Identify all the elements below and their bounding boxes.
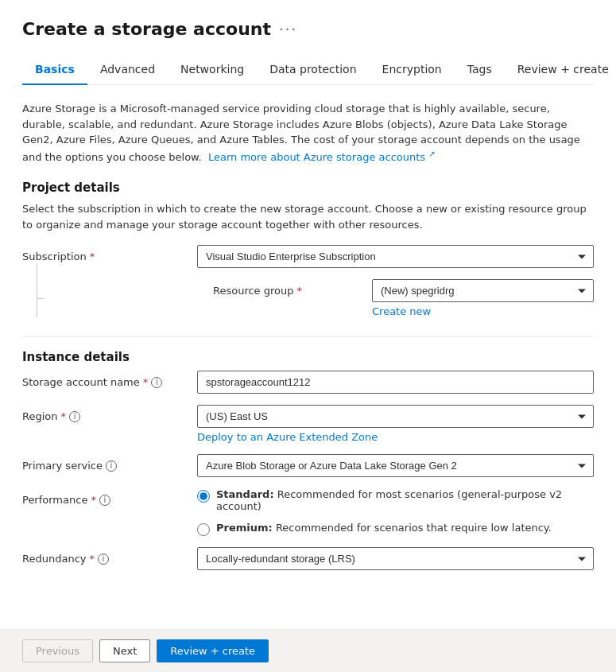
resource-group-dropdown[interactable]: (New) spegridrg xyxy=(372,279,594,302)
section-divider xyxy=(22,336,594,337)
learn-more-link[interactable]: Learn more about Azure storage accounts … xyxy=(208,151,436,163)
tab-review-create[interactable]: Review + create xyxy=(505,55,616,85)
performance-standard-radio[interactable] xyxy=(197,490,210,503)
performance-premium-radio[interactable] xyxy=(197,523,210,536)
region-dropdown[interactable]: (US) East US xyxy=(197,405,594,428)
performance-premium-label: Premium: Recommended for scenarios that … xyxy=(216,522,552,534)
create-new-resource-group-link[interactable]: Create new xyxy=(372,305,594,317)
performance-standard-option[interactable]: Standard: Recommended for most scenarios… xyxy=(197,488,594,512)
storage-account-name-label: Storage account name * i xyxy=(22,371,197,388)
region-info-icon[interactable]: i xyxy=(69,411,80,422)
subscription-label: Subscription * xyxy=(22,245,197,262)
redundancy-input-col: Locally-redundant storage (LRS) xyxy=(197,547,594,570)
resource-group-required: * xyxy=(297,285,303,297)
subscription-required: * xyxy=(90,251,95,262)
primary-service-dropdown-wrapper: Azure Blob Storage or Azure Data Lake St… xyxy=(197,454,594,477)
performance-row: Performance * i Standard: Recommended fo… xyxy=(22,488,594,536)
storage-account-name-info-icon[interactable]: i xyxy=(151,377,162,388)
redundancy-dropdown-wrapper: Locally-redundant storage (LRS) xyxy=(197,547,594,570)
page-title: Create a storage account xyxy=(22,19,271,39)
performance-info-icon[interactable]: i xyxy=(99,495,110,506)
storage-account-name-row: Storage account name * i xyxy=(22,371,594,394)
performance-radio-group: Standard: Recommended for most scenarios… xyxy=(197,488,594,536)
next-button[interactable]: Next xyxy=(99,639,150,662)
region-dropdown-wrapper: (US) East US xyxy=(197,405,594,428)
resource-group-dropdown-wrapper: (New) spegridrg xyxy=(372,279,594,302)
instance-details-title: Instance details xyxy=(22,350,594,364)
redundancy-dropdown[interactable]: Locally-redundant storage (LRS) xyxy=(197,547,594,570)
previous-button[interactable]: Previous xyxy=(22,639,93,662)
tab-basics[interactable]: Basics xyxy=(22,55,87,85)
primary-service-input-col: Azure Blob Storage or Azure Data Lake St… xyxy=(197,454,594,477)
subscription-input-col: Visual Studio Enterprise Subscription xyxy=(197,245,594,268)
tabs-nav: Basics Advanced Networking Data protecti… xyxy=(22,55,594,85)
performance-input-col: Standard: Recommended for most scenarios… xyxy=(197,488,594,536)
page-description: Azure Storage is a Microsoft-managed ser… xyxy=(22,101,594,165)
ellipsis-menu-button[interactable]: ··· xyxy=(279,21,297,37)
storage-account-name-input-col xyxy=(197,371,594,394)
resource-group-input-col: (New) spegridrg Create new xyxy=(372,279,594,317)
review-create-button[interactable]: Review + create xyxy=(157,639,269,662)
region-label: Region * i xyxy=(22,405,197,422)
primary-service-info-icon[interactable]: i xyxy=(106,460,117,472)
resource-group-label: Resource group * xyxy=(197,279,372,297)
subscription-dropdown-wrapper: Visual Studio Enterprise Subscription xyxy=(197,245,594,268)
tab-advanced[interactable]: Advanced xyxy=(87,55,168,85)
project-details-title: Project details xyxy=(22,181,594,195)
project-details-section: Project details Select the subscription … xyxy=(22,181,594,317)
instance-details-section: Instance details Storage account name * … xyxy=(22,350,594,570)
storage-account-name-input[interactable] xyxy=(197,371,594,394)
redundancy-info-icon[interactable]: i xyxy=(98,554,109,565)
project-details-description: Select the subscription in which to crea… xyxy=(22,201,594,232)
tab-encryption[interactable]: Encryption xyxy=(370,55,455,85)
performance-premium-option[interactable]: Premium: Recommended for scenarios that … xyxy=(197,522,594,536)
performance-standard-label: Standard: Recommended for most scenarios… xyxy=(216,488,594,512)
subscription-row: Subscription * Visual Studio Enterprise … xyxy=(22,245,594,268)
primary-service-row: Primary service i Azure Blob Storage or … xyxy=(22,454,594,477)
tab-data-protection[interactable]: Data protection xyxy=(257,55,369,85)
footer: Previous Next Review + create xyxy=(0,629,616,672)
primary-service-label: Primary service i xyxy=(22,454,197,472)
region-row: Region * i (US) East US Deploy to an Azu… xyxy=(22,405,594,443)
primary-service-dropdown[interactable]: Azure Blob Storage or Azure Data Lake St… xyxy=(197,454,594,477)
performance-label: Performance * i xyxy=(22,488,197,506)
redundancy-row: Redundancy * i Locally-redundant storage… xyxy=(22,547,594,570)
external-link-icon: ↗ xyxy=(428,150,435,158)
deploy-extended-zone-link[interactable]: Deploy to an Azure Extended Zone xyxy=(197,431,594,443)
redundancy-label: Redundancy * i xyxy=(22,547,197,565)
region-input-col: (US) East US Deploy to an Azure Extended… xyxy=(197,405,594,443)
tab-networking[interactable]: Networking xyxy=(168,55,257,85)
tab-tags[interactable]: Tags xyxy=(455,55,505,85)
subscription-dropdown[interactable]: Visual Studio Enterprise Subscription xyxy=(197,245,594,268)
